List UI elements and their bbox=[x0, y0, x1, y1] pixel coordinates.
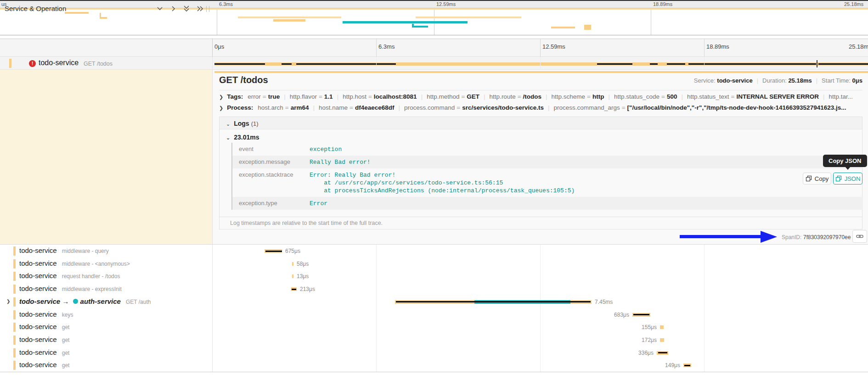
span-color-accent bbox=[13, 297, 16, 307]
span-operation-name: middleware - <anonymous> bbox=[62, 261, 130, 267]
minimap-span-bar bbox=[416, 17, 521, 18]
process-row[interactable]: ❯Process:host.arch=arm64|host.name=df4ea… bbox=[219, 104, 862, 114]
logs-accordion-header[interactable]: ⌄Logs(1) bbox=[220, 117, 862, 129]
span-service-name: todo-serviceget bbox=[19, 361, 69, 369]
span-color-accent bbox=[13, 246, 16, 256]
critical-path-segment bbox=[818, 63, 868, 65]
spanid-label: SpanID: bbox=[782, 234, 801, 240]
span-row[interactable]: todo-serviceget336μs bbox=[0, 346, 868, 359]
kv-key: http.status_text bbox=[687, 93, 729, 100]
timeline-ruler-label: 25.18ms bbox=[849, 43, 868, 50]
section-label: Tags: bbox=[227, 93, 243, 100]
log-field-row: exception.stacktraceError: Really Bad er… bbox=[232, 168, 863, 197]
collapse-all-icon[interactable] bbox=[183, 5, 190, 12]
span-row[interactable]: todo-serviceget172μs bbox=[0, 334, 868, 346]
window-top-edge bbox=[0, 0, 868, 1]
span-operation-name: get bbox=[62, 324, 70, 330]
span-service-name: todo-serviceget bbox=[19, 348, 69, 356]
kv-key: error bbox=[248, 93, 261, 100]
kv-value: arm64 bbox=[291, 104, 309, 111]
critical-path-segment bbox=[633, 314, 649, 315]
span-service-name: todo-servicemiddleware - expressInit bbox=[19, 285, 122, 292]
span-duration-bar[interactable] bbox=[660, 338, 664, 342]
span-row[interactable]: todo-servicemiddleware - query675μs bbox=[0, 245, 868, 257]
annotation-arrow-head bbox=[761, 231, 777, 243]
span-row[interactable]: todo-servicemiddleware - expressInit213μ… bbox=[0, 283, 868, 296]
span-duration-bar[interactable] bbox=[292, 262, 293, 266]
span-row[interactable]: todo-servicemiddleware - <anonymous>58μs bbox=[0, 257, 868, 270]
critical-path-segment bbox=[650, 63, 658, 65]
span-duration-label: 13μs bbox=[297, 273, 309, 279]
minimap-span-bar bbox=[101, 17, 107, 19]
span-duration-label: 155μs bbox=[642, 324, 657, 330]
column-divider[interactable] bbox=[212, 39, 213, 57]
kv-key: host.name bbox=[319, 104, 348, 111]
minimap-ruler-label: 18.89ms bbox=[653, 1, 672, 7]
minimap-span-bar bbox=[65, 12, 89, 14]
annotation-arrow bbox=[680, 235, 761, 238]
span-boundary-tick bbox=[817, 60, 817, 67]
minimap-span-bar bbox=[273, 19, 305, 22]
title-divider bbox=[219, 90, 862, 90]
column-resizer-handle[interactable] bbox=[206, 6, 209, 12]
span-operation-name: get bbox=[62, 337, 70, 343]
expand-all-icon[interactable] bbox=[196, 5, 203, 12]
chevron-right-icon: ❯ bbox=[219, 94, 223, 100]
kv-value: GET bbox=[467, 93, 479, 100]
span-color-accent bbox=[9, 59, 11, 68]
minimap-ruler: us6.3ms12.59ms18.89ms25.18ms bbox=[0, 0, 868, 8]
timeline-ruler-tick bbox=[540, 39, 541, 57]
timeline-ruler-tick bbox=[704, 39, 705, 57]
span-color-accent bbox=[13, 361, 16, 370]
log-fields-table: eventexceptionexception.messageReally Ba… bbox=[231, 143, 863, 210]
span-color-accent bbox=[13, 348, 16, 358]
minimap-tick bbox=[651, 8, 651, 35]
service-color-dot bbox=[73, 299, 78, 304]
critical-path-segment bbox=[396, 301, 591, 302]
span-duration-label: 172μs bbox=[642, 337, 657, 343]
tooltip-caret bbox=[845, 167, 851, 170]
copy-json-button[interactable]: JSON bbox=[833, 173, 862, 184]
span-row-root-selected[interactable]: ! todo-service GET /todos bbox=[0, 57, 868, 70]
copy-json-icon bbox=[835, 175, 842, 182]
span-row[interactable]: ❯todo-service → auth-serviceGET /auth7.4… bbox=[0, 296, 868, 308]
expand-one-icon[interactable] bbox=[169, 5, 177, 12]
span-service-name: todo-servicemiddleware - <anonymous> bbox=[19, 259, 130, 267]
meta-label: Service: bbox=[694, 77, 717, 84]
kv-key: http.tar... bbox=[829, 93, 853, 100]
service-operation-header: Service & Operation bbox=[5, 5, 66, 12]
kv-key: http.scheme bbox=[552, 93, 586, 100]
kv-key: process.command bbox=[404, 104, 455, 111]
tags-row[interactable]: ❯Tags:error=true|http.flavor=1.1|http.ho… bbox=[219, 93, 862, 103]
collapse-one-icon[interactable] bbox=[156, 5, 163, 12]
critical-path-segment bbox=[658, 352, 667, 353]
copy-value-button[interactable]: Copy bbox=[803, 173, 831, 184]
critical-path-segment bbox=[265, 251, 282, 252]
trace-minimap[interactable] bbox=[0, 8, 868, 35]
span-detail-color-block bbox=[0, 70, 212, 245]
log-field-row: eventexception bbox=[232, 143, 863, 156]
log-entry-header[interactable]: ⌄23.01ms bbox=[220, 134, 259, 141]
span-duration-bar[interactable] bbox=[660, 325, 664, 329]
minimap-span-bar bbox=[238, 17, 341, 18]
span-operation-name: request handler - /todos bbox=[62, 273, 120, 279]
span-row[interactable]: todo-serviceget155μs bbox=[0, 321, 868, 334]
log-field-value: Error bbox=[298, 197, 327, 210]
minimap-span-bar bbox=[343, 21, 468, 23]
span-detail-top-accent bbox=[214, 71, 868, 73]
span-row[interactable]: todo-servicekeys683μs bbox=[0, 308, 868, 321]
chevron-right-icon[interactable]: ❯ bbox=[6, 299, 10, 304]
copy-icon bbox=[806, 175, 812, 182]
span-row[interactable]: todo-serviceget149μs bbox=[0, 359, 868, 372]
logs-note: Log timestamps are relative to the start… bbox=[220, 217, 862, 229]
span-operation-name: keys bbox=[62, 312, 73, 318]
deep-link-button[interactable] bbox=[852, 230, 867, 243]
spanid-value: 7f830392097970ee bbox=[803, 234, 851, 240]
span-duration-bar[interactable] bbox=[292, 274, 293, 278]
kv-value: ["/usr/local/bin/node","-r","/tmp/ts-nod… bbox=[627, 104, 846, 111]
kv-key: http.status_code bbox=[614, 93, 659, 100]
minimap-ruler-label: 12.59ms bbox=[436, 1, 456, 7]
copy-json-tooltip: Copy JSON bbox=[823, 155, 867, 167]
log-field-row: exception.typeError bbox=[232, 197, 863, 210]
span-row[interactable]: todo-servicerequest handler - /todos13μs bbox=[0, 270, 868, 283]
